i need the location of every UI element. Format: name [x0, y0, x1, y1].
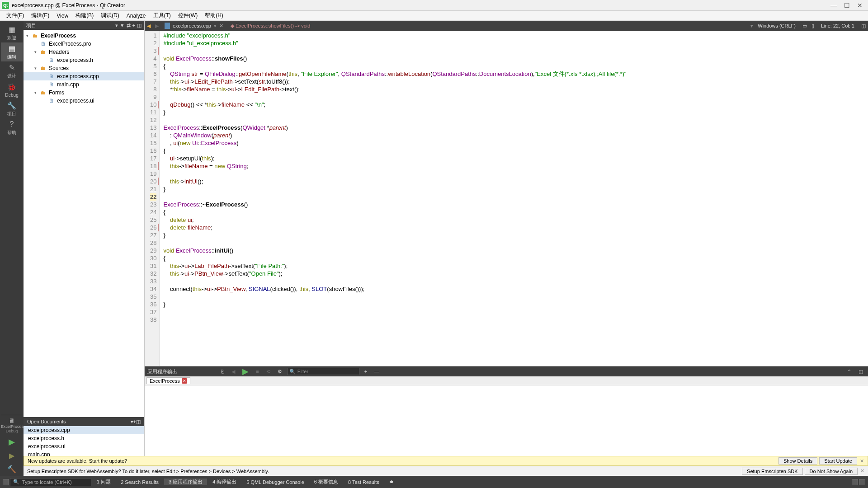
progress-toggle-icon[interactable] [852, 479, 858, 485]
maximize-icon[interactable]: ☐ [844, 2, 850, 9]
help-icon: ? [7, 120, 16, 129]
tree-source-file[interactable]: 🗎main.cpp [24, 80, 144, 89]
filter-icon[interactable]: ▾ [115, 23, 118, 28]
breadcrumb[interactable]: ◆ ExcelProcess::showFiles() -> void [227, 23, 310, 29]
show-details-button[interactable]: Show Details [778, 457, 817, 465]
tree-root[interactable]: ▾🖿ExcelProcess [24, 32, 144, 40]
tree-header-file[interactable]: 🗎excelprocess.h [24, 56, 144, 64]
remove-icon[interactable]: — [372, 369, 382, 374]
menu-debug[interactable]: 调试(D) [97, 12, 123, 19]
status-issues[interactable]: 1 问题 [92, 479, 115, 485]
output-toolbar: 应用程序输出 ⎘ ◀ ▶ ■ ⟲ ⚙ 🔍Filter + — ⌃ ◫ [145, 366, 868, 376]
status-app-output[interactable]: 3 应用程序输出 [164, 479, 207, 485]
tree-form-file[interactable]: 🗎excelprocess.ui [24, 97, 144, 105]
stop-icon[interactable]: ■ [254, 369, 261, 374]
do-not-show-button[interactable]: Do Not Show Again [805, 468, 858, 475]
menu-edit[interactable]: 编辑(E) [28, 12, 53, 19]
status-qml[interactable]: 5 QML Debugger Console [242, 479, 308, 485]
mode-edit[interactable]: ▤编辑 [1, 42, 23, 61]
encoding-label[interactable]: Windows (CRLF) [753, 23, 800, 28]
attach-icon[interactable]: ⎘ [219, 369, 226, 374]
add-icon[interactable]: + [132, 23, 135, 28]
status-general[interactable]: 6 概要信息 [310, 479, 343, 485]
app-icon: Qt [2, 2, 9, 9]
nav-back-icon[interactable]: ◀ [145, 23, 153, 29]
split-icon[interactable]: ◫ [859, 23, 868, 29]
minimize-icon[interactable]: — [830, 2, 837, 9]
split-icon[interactable]: ◫ [137, 23, 142, 28]
tree-sources[interactable]: ▾🖿Sources [24, 64, 144, 72]
status-more-icon[interactable]: ≑ [385, 479, 398, 485]
sidebar-toggle-icon[interactable] [3, 479, 9, 485]
build-button[interactable]: 🔨 [1, 462, 23, 476]
mode-rail: ▦欢迎 ▤编辑 ✎设计 🐞Debug 🔧项目 ?帮助 🖥 ExcelProces… [0, 21, 24, 476]
file-icon: 🗎 [48, 98, 55, 104]
menu-build[interactable]: 构建(B) [72, 12, 97, 19]
tree-forms[interactable]: ▾🖿Forms [24, 89, 144, 97]
titlebar: Qt excelprocess.cpp @ ExcelProcess - Qt … [0, 0, 868, 11]
status-search[interactable]: 2 Search Results [116, 479, 163, 485]
restart-icon[interactable]: ⟲ [264, 369, 273, 375]
funnel-icon[interactable]: ▼ [120, 23, 125, 28]
open-doc-item[interactable]: excelprocess.ui [24, 442, 144, 450]
bookmark-icon[interactable]: ▭ [800, 23, 809, 29]
collapse-icon[interactable]: ⌃ [845, 369, 854, 375]
menu-help[interactable]: 帮助(H) [201, 12, 227, 19]
cursor-position: Line: 22, Col: 1 [816, 23, 859, 28]
close-icon[interactable]: ✕ [860, 468, 864, 474]
output-tab[interactable]: ExcelProcess✕ [146, 377, 190, 384]
run-button[interactable]: ▶ [1, 435, 23, 449]
file-icon: 🗎 [48, 57, 55, 63]
add-icon[interactable]: + [362, 369, 369, 374]
status-compile[interactable]: 4 编译输出 [208, 479, 241, 485]
menu-file[interactable]: 文件(F) [3, 12, 28, 19]
mode-design[interactable]: ✎设计 [1, 61, 23, 80]
close-icon[interactable]: ✕ [860, 458, 864, 464]
link-icon[interactable]: ⇄ [127, 23, 131, 28]
menu-widgets[interactable]: 控件(W) [175, 12, 201, 19]
right-sidebar-toggle-icon[interactable] [859, 479, 865, 485]
notification-text: New updates are available. Start the upd… [28, 458, 127, 464]
tab-close-icon[interactable]: ✕ [219, 23, 223, 29]
menu-analyze[interactable]: Analyze [123, 13, 150, 19]
file-tab[interactable]: excelprocess.cpp ▾ ✕ [161, 23, 227, 29]
output-body [145, 385, 868, 450]
mode-welcome[interactable]: ▦欢迎 [1, 23, 23, 42]
prev-icon[interactable]: ◀ [229, 369, 237, 375]
split-icon[interactable]: ◫ [136, 419, 141, 425]
filter-input[interactable]: 🔍Filter [287, 368, 359, 375]
open-docs-header: Open Documents ▾ + ◫ [24, 417, 144, 426]
tab-close-icon[interactable]: ✕ [182, 378, 187, 384]
gear-icon[interactable]: ⚙ [275, 369, 284, 375]
sidebar-icon[interactable]: ▯ [809, 23, 816, 29]
open-doc-item[interactable]: excelprocess.h [24, 434, 144, 442]
search-icon: 🔍 [13, 479, 19, 485]
nav-fwd-icon[interactable]: ▶ [153, 23, 161, 29]
tree-source-file[interactable]: 🗎excelprocess.cpp [24, 72, 144, 80]
output-title: 应用程序输出 [147, 368, 177, 375]
editor-area: ◀ ▶ excelprocess.cpp ▾ ✕ ◆ ExcelProcess:… [145, 21, 868, 366]
project-tree: ▾🖿ExcelProcess 🗎ExcelProcess.pro ▾🖿Heade… [24, 30, 144, 107]
menu-tools[interactable]: 工具(T) [150, 12, 175, 19]
status-tests[interactable]: 8 Test Results [344, 479, 384, 485]
setup-sdk-button[interactable]: Setup Emscripten SDK [742, 468, 803, 475]
folder-icon: 🖿 [40, 89, 47, 96]
open-doc-item[interactable]: excelprocess.cpp [24, 426, 144, 434]
tree-pro-file[interactable]: 🗎ExcelProcess.pro [24, 40, 144, 48]
start-update-button[interactable]: Start Update [819, 457, 857, 465]
close-panel-icon[interactable]: ◫ [856, 369, 865, 375]
debug-run-button[interactable]: ▶ [1, 449, 23, 462]
run-icon[interactable]: ▶ [240, 366, 251, 376]
mode-debug[interactable]: 🐞Debug [1, 80, 23, 99]
code-editor[interactable]: 1234567891011121314151617181920212223242… [145, 31, 868, 366]
mode-project[interactable]: 🔧项目 [1, 99, 23, 118]
menu-view[interactable]: View [53, 13, 72, 19]
code-content[interactable]: #include "excelprocess.h" #include "ui_e… [160, 31, 868, 366]
mode-help[interactable]: ?帮助 [1, 118, 23, 137]
kit-selector[interactable]: 🖥 ExcelProcess Debug [1, 415, 23, 435]
project-pane-header: 项目 ▾ ▼ ⇄ + ◫ [24, 21, 144, 30]
close-icon[interactable]: ✕ [857, 2, 863, 9]
folder-icon: 🖿 [40, 65, 47, 71]
locator-input[interactable]: 🔍Type to locate (Ctrl+K) [10, 478, 91, 486]
tree-headers[interactable]: ▾🖿Headers [24, 48, 144, 56]
